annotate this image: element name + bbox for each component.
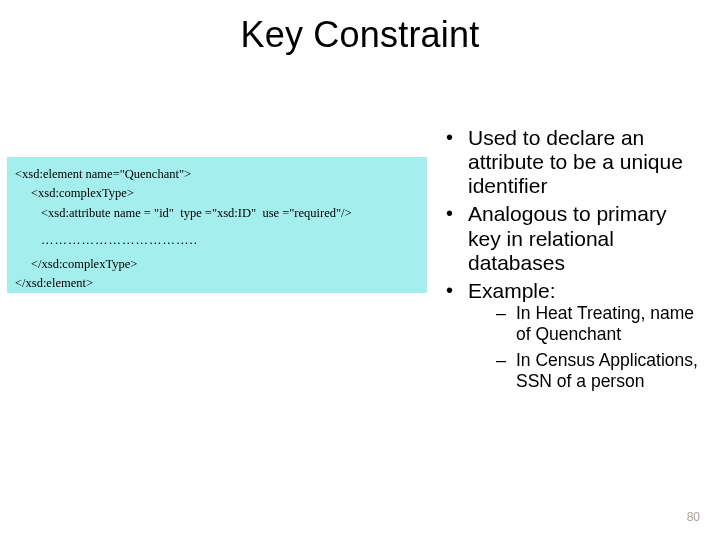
bullet-item: Analogous to primary key in relational d… xyxy=(438,202,702,274)
code-line: <xsd:attribute name = "id" type ="xsd:ID… xyxy=(41,204,419,223)
bullet-item: Example: In Heat Treating, name of Quenc… xyxy=(438,279,702,392)
sub-bullet-item: In Heat Treating, name of Quenchant xyxy=(468,303,702,344)
code-line: </xsd:element> xyxy=(15,274,419,293)
code-line: <xsd:element name="Quenchant"> xyxy=(15,165,419,184)
code-line: <xsd:complexType> xyxy=(31,184,419,203)
code-ellipsis: …………………………….. xyxy=(41,231,419,250)
bullet-item-label: Example: xyxy=(468,279,556,302)
sub-bullet-list: In Heat Treating, name of Quenchant In C… xyxy=(468,303,702,392)
bullet-list: Used to declare an attribute to be a uni… xyxy=(438,126,702,398)
xsd-code-snippet: <xsd:element name="Quenchant"> <xsd:comp… xyxy=(7,157,427,293)
bullet-item: Used to declare an attribute to be a uni… xyxy=(438,126,702,198)
sub-bullet-item: In Census Applications, SSN of a person xyxy=(468,350,702,391)
slide: Key Constraint <xsd:element name="Quench… xyxy=(0,0,720,540)
code-line: </xsd:complexType> xyxy=(31,255,419,274)
page-number: 80 xyxy=(687,510,700,524)
slide-title: Key Constraint xyxy=(0,14,720,56)
